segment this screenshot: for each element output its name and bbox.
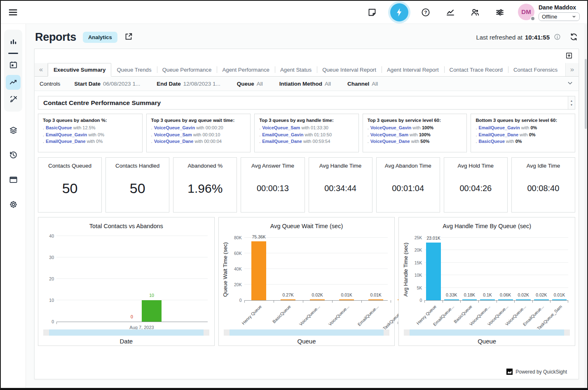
filter-channel[interactable]: ChannelAll [347, 81, 378, 87]
axis-tick [56, 322, 57, 324]
filter-end-date[interactable]: End Date12/08/2023 1... [157, 81, 220, 87]
window-scrollbar[interactable] [584, 24, 587, 388]
controls-collapse-button[interactable] [567, 79, 574, 88]
queue-link[interactable]: BasicQueue [46, 125, 72, 130]
open-external-button[interactable] [124, 32, 133, 42]
queue-link[interactable]: VoiceQueue_Gavin [370, 125, 411, 130]
queue-link[interactable]: VoiceQueue_Sam [262, 125, 300, 130]
queue-link[interactable]: EmailQueue_Dane [46, 139, 86, 144]
x-axis-label: TaskQueue_Sam [551, 303, 569, 332]
sidebar-item-history[interactable] [6, 148, 21, 163]
axis-tick [497, 300, 497, 303]
info-button[interactable] [553, 33, 561, 42]
summary-item: .VoiceQueue_Sam with 01:33:30 [259, 125, 354, 130]
download-button[interactable] [565, 51, 573, 61]
summary-card-title: Bottom 3 queues by service level 60: [476, 118, 570, 123]
chart-card-avg-queue-wait-time-sec-: Avg Queue Wait Time (sec)Queue Wait Time… [218, 217, 395, 346]
tab-contact-trace-record[interactable]: Contact Trace Record [444, 63, 508, 76]
plot-area: 020K40K60K80K75.36KHenry Queue0.27KBasic… [244, 238, 388, 301]
filter-queue[interactable]: QueueAll [237, 81, 263, 87]
kpi-card-abandoned-: Abandoned %1.96% [173, 157, 237, 213]
menu-button[interactable] [7, 7, 18, 18]
queue-link[interactable]: VoiceQueue_Sam [154, 132, 192, 137]
axis-tick [443, 300, 443, 303]
chart-title: Avg Queue Wait Time (sec) [219, 217, 395, 229]
axis-tick [303, 300, 303, 303]
chart-scrollbar[interactable] [224, 329, 390, 336]
agents-icon[interactable] [468, 5, 483, 20]
settings-sliders-icon[interactable] [492, 5, 507, 20]
queue-link[interactable]: VoiceQueue_Dane [154, 139, 194, 144]
chart-scrollbar-thumb[interactable] [49, 329, 203, 336]
gridline [56, 257, 208, 257]
chart-scrollbar-thumb[interactable] [410, 329, 564, 336]
topbar-actions: ? [355, 3, 507, 21]
queue-link[interactable]: BasicQueue [478, 139, 505, 144]
tab-agent-performance[interactable]: Agent Performance [217, 63, 275, 76]
quick-actions-icon[interactable] [390, 3, 408, 21]
queue-link[interactable]: EmailQueue_Gavin [478, 125, 520, 130]
tab-queue-interval-report[interactable]: Queue Interval Report [317, 63, 382, 76]
gridline [56, 278, 208, 279]
notes-icon[interactable] [365, 5, 380, 20]
summary-item: .VoiceQueue_Sam with 100% [368, 132, 462, 137]
summary-item: .EmailQueue_Dane with 0% [43, 139, 138, 144]
user-name: Dane Maddox [539, 4, 580, 11]
queue-link[interactable]: EmailQueue_Dane [478, 132, 518, 137]
chart-scrollbar[interactable] [43, 329, 209, 336]
tab-contact-forensics[interactable]: Contact Forensics [508, 63, 563, 76]
queue-link[interactable]: VoiceQueue_Gavin [154, 125, 195, 130]
tab-agent-interval-report[interactable]: Agent Interval Report [382, 63, 444, 76]
y-tick-label: 0 [407, 298, 422, 303]
queue-link[interactable]: VoiceQueue_Sam [370, 132, 408, 137]
chart-scrollbar-thumb[interactable] [230, 329, 384, 336]
summary-item: .VoiceQueue_Sam with 00:00:10 [151, 132, 246, 137]
summary-value: 0% [515, 139, 522, 144]
refresh-button[interactable] [569, 33, 578, 42]
metrics-icon[interactable] [443, 5, 458, 20]
main-content: Reports Analytics Last refreshed at 10:4… [26, 24, 587, 388]
chart-scrollbar[interactable] [404, 329, 570, 336]
status-dot-offline [530, 16, 535, 21]
gridline [56, 236, 208, 236]
sidebar-item-settings[interactable] [6, 197, 21, 212]
refresh-icon [569, 33, 578, 41]
bar [310, 299, 325, 300]
queue-link[interactable]: VoiceQueue_Dane [370, 139, 410, 144]
avatar[interactable]: DM [518, 4, 534, 20]
sidebar-item-layers[interactable] [6, 123, 21, 138]
queue-link[interactable]: EmailQueue_Gavin [262, 132, 303, 137]
sidebar-item-window[interactable] [6, 173, 21, 187]
bar [498, 299, 513, 300]
filter-start-date[interactable]: Start Date06/08/2023 1... [74, 81, 140, 87]
sidebar-item-reports[interactable] [6, 75, 21, 90]
agent-status-select[interactable]: Offline [539, 12, 580, 21]
svg-text:?: ? [424, 10, 427, 15]
tabs-scroll-left[interactable]: « [35, 63, 48, 76]
bar [552, 299, 567, 300]
queue-link[interactable]: EmailQueue_Dane [262, 139, 302, 144]
help-icon[interactable]: ? [418, 5, 433, 20]
queue-link[interactable]: EmailQueue_Gavin [46, 132, 87, 137]
tabs-scroll-right[interactable]: » [565, 63, 579, 76]
bullet: . [151, 132, 152, 137]
kpi-card-avg-handle-time: Avg Handle Time00:34:44 [309, 157, 372, 213]
tab-agent-status[interactable]: Agent Status [275, 63, 317, 76]
bar-value-label: 75.36K [241, 234, 277, 239]
quick-actions-icon [394, 7, 405, 18]
axis-tick [391, 300, 391, 303]
tab-queue-trends[interactable]: Queue Trends [111, 63, 157, 76]
sidebar-item-schedule[interactable] [6, 58, 21, 72]
axis-tick [514, 300, 515, 303]
tab-executive-summary[interactable]: Executive Summary [48, 63, 111, 77]
filter-intiation-method[interactable]: Intiation MethodAll [279, 81, 331, 87]
scrollbar-thumb[interactable] [585, 59, 587, 129]
section-scrollbar[interactable]: ▲▼ [568, 96, 575, 109]
tab-queue-performance[interactable]: Queue Performance [157, 63, 217, 76]
sidebar-item-dashboard[interactable] [6, 34, 21, 49]
y-tick-label: 5K [407, 285, 422, 290]
bullet: . [259, 139, 260, 144]
panel-toolbar [35, 49, 579, 63]
kpi-card-contacts-queued: Contacts Queued50 [38, 157, 102, 213]
sidebar-item-design[interactable] [6, 92, 21, 107]
